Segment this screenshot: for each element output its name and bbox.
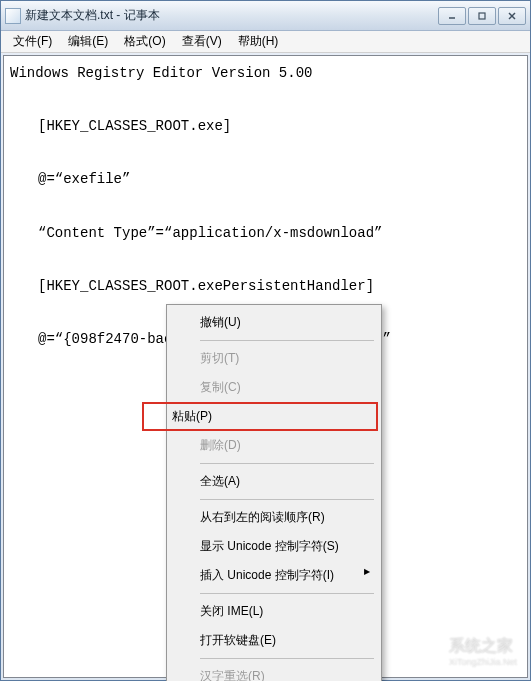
minimize-button[interactable] — [438, 7, 466, 25]
ctx-rtl-reading[interactable]: 从右到左的阅读顺序(R) — [170, 503, 378, 532]
menu-edit[interactable]: 编辑(E) — [60, 31, 116, 52]
ctx-separator — [200, 593, 374, 594]
svg-rect-1 — [479, 13, 485, 19]
close-button[interactable] — [498, 7, 526, 25]
menu-file[interactable]: 文件(F) — [5, 31, 60, 52]
app-icon — [5, 8, 21, 24]
menubar: 文件(F) 编辑(E) 格式(O) 查看(V) 帮助(H) — [1, 31, 530, 53]
ctx-select-all[interactable]: 全选(A) — [170, 467, 378, 496]
titlebar[interactable]: 新建文本文档.txt - 记事本 — [1, 1, 530, 31]
text-line: “Content Type”=“application/x-msdownload… — [10, 225, 382, 241]
ctx-delete: 删除(D) — [170, 431, 378, 460]
text-line: [HKEY_CLASSES_ROOT.exe] — [10, 118, 231, 134]
ctx-separator — [200, 463, 374, 464]
ctx-separator — [200, 340, 374, 341]
context-menu: 撤销(U) 剪切(T) 复制(C) 粘贴(P) 删除(D) 全选(A) 从右到左… — [166, 304, 382, 681]
menu-view[interactable]: 查看(V) — [174, 31, 230, 52]
window-controls — [438, 7, 526, 25]
ctx-insert-unicode[interactable]: 插入 Unicode 控制字符(I) — [170, 561, 378, 590]
ctx-separator — [200, 658, 374, 659]
text-line: [HKEY_CLASSES_ROOT.exePersistentHandler] — [10, 278, 374, 294]
ctx-separator — [200, 499, 374, 500]
menu-help[interactable]: 帮助(H) — [230, 31, 287, 52]
ctx-paste[interactable]: 粘贴(P) — [142, 402, 378, 431]
ctx-copy: 复制(C) — [170, 373, 378, 402]
ctx-open-soft-keyboard[interactable]: 打开软键盘(E) — [170, 626, 378, 655]
window-title: 新建文本文档.txt - 记事本 — [25, 7, 438, 24]
maximize-button[interactable] — [468, 7, 496, 25]
ctx-cut: 剪切(T) — [170, 344, 378, 373]
ctx-close-ime[interactable]: 关闭 IME(L) — [170, 597, 378, 626]
menu-format[interactable]: 格式(O) — [116, 31, 173, 52]
ctx-undo[interactable]: 撤销(U) — [170, 308, 378, 337]
ctx-show-unicode[interactable]: 显示 Unicode 控制字符(S) — [170, 532, 378, 561]
ctx-hanzi-reselect: 汉字重选(R) — [170, 662, 378, 681]
text-line: Windows Registry Editor Version 5.00 — [10, 65, 312, 81]
text-line: @=“exefile” — [10, 171, 130, 187]
